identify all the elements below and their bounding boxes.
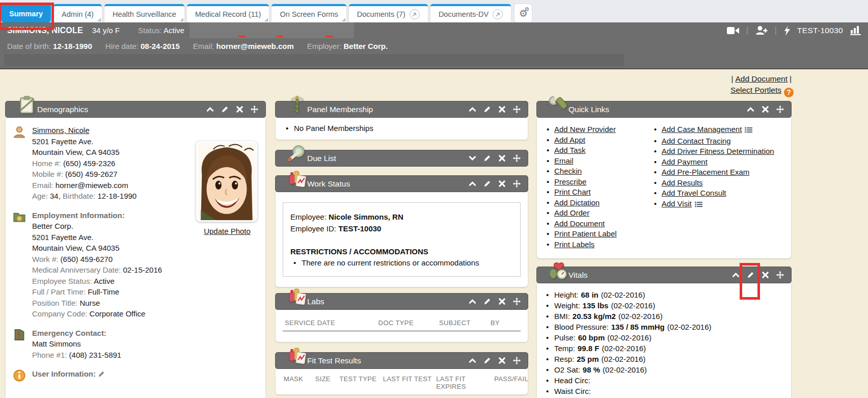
patient-header-actions: | | TEST-10030: [727, 25, 861, 36]
tab-medical-record[interactable]: Medical Record (11): [187, 4, 269, 22]
list-menu-icon[interactable]: [695, 200, 702, 209]
collapse-icon[interactable]: [206, 105, 214, 114]
open-in-new-window-icon[interactable]: [410, 9, 420, 19]
close-icon[interactable]: [761, 105, 769, 114]
edit-icon[interactable]: [483, 180, 491, 188]
tab-on-screen-forms[interactable]: On Screen Forms: [272, 4, 346, 22]
expand-icon[interactable]: [468, 154, 476, 163]
red-underline-mark: [277, 36, 283, 37]
age: 34,: [50, 192, 61, 200]
move-icon[interactable]: [512, 154, 521, 163]
add-document-link[interactable]: Add Document: [735, 74, 788, 83]
close-icon[interactable]: [498, 357, 506, 365]
quick-link[interactable]: Print Patient Label: [554, 229, 617, 238]
quick-link[interactable]: Add Task: [554, 146, 585, 154]
quick-link[interactable]: Add Contact Tracing: [662, 137, 731, 145]
edit-icon[interactable]: [483, 298, 491, 306]
close-icon[interactable]: [498, 298, 506, 306]
collapse-icon[interactable]: [731, 271, 740, 279]
quick-links-col2: Add Case Management Add Contact Tracing …: [649, 125, 786, 250]
collapsed-banner-area: [4, 54, 624, 66]
move-icon[interactable]: [250, 105, 258, 114]
portlet-work-status: Work Status Employee: Nicole Simmons, RN…: [275, 175, 528, 287]
quick-link[interactable]: Print Chart: [554, 188, 591, 196]
close-icon[interactable]: [235, 105, 243, 114]
move-icon[interactable]: [512, 298, 521, 306]
edit-pencil-icon[interactable]: [98, 369, 105, 378]
tab-health-surveillance[interactable]: Health Surveillance: [104, 4, 184, 22]
edit-icon[interactable]: [483, 154, 491, 163]
vitals-item: BMI:20.53 kg/m2(02-02-2016): [543, 311, 785, 322]
quick-link[interactable]: Add Document: [554, 219, 605, 228]
quick-link[interactable]: Add Case Management: [662, 125, 742, 134]
close-icon[interactable]: [498, 180, 506, 188]
quick-link[interactable]: Add Dictation: [554, 198, 600, 207]
move-icon[interactable]: [776, 271, 784, 279]
column-left: Demographics: [5, 101, 266, 398]
tab-documents-dv[interactable]: Documents-DV: [430, 4, 511, 22]
move-icon[interactable]: [512, 105, 521, 114]
quick-link[interactable]: Add Pre-Placement Exam: [662, 168, 750, 176]
patient-name-link[interactable]: Simmons, Nicole: [32, 126, 90, 135]
update-photo-link[interactable]: Update Photo: [204, 226, 251, 237]
move-icon[interactable]: [512, 180, 521, 188]
chart-document-icon: [287, 169, 307, 190]
collapse-icon[interactable]: [468, 357, 476, 365]
quick-link[interactable]: Prescribe: [554, 177, 586, 186]
home-phone: (650) 459-2326: [63, 159, 116, 168]
folder-icon: [13, 210, 32, 320]
quick-link[interactable]: Checkin: [554, 167, 582, 175]
edit-icon[interactable]: [483, 105, 491, 114]
edit-icon[interactable]: [483, 357, 491, 365]
select-portlets-link[interactable]: Select Portlets: [730, 86, 781, 94]
caduceus-icon: [287, 95, 307, 115]
collapse-icon[interactable]: [746, 105, 754, 114]
quick-link[interactable]: Add Appt: [554, 136, 585, 144]
portlet-fit-test-results: Fit Test Results MASK SIZE TEST TYPE LAS…: [275, 352, 528, 394]
portlet-due-list: Due List: [275, 150, 528, 167]
patient-header: SIMMONS, NICOLE 34 y/o F Status: Active …: [0, 22, 868, 69]
close-icon[interactable]: [761, 271, 769, 279]
collapse-icon[interactable]: [468, 105, 476, 114]
portlet-title: Labs: [307, 297, 324, 306]
tab-admin[interactable]: Admin (4): [53, 4, 102, 22]
move-icon[interactable]: [776, 105, 784, 114]
help-icon[interactable]: ?: [784, 88, 794, 97]
flowsheet-chart-icon[interactable]: [850, 26, 861, 35]
edit-icon[interactable]: [746, 271, 754, 279]
employment-heading: Employment Information:: [32, 211, 125, 220]
red-underline-mark: [238, 36, 245, 37]
quick-link[interactable]: Print Labels: [554, 240, 594, 249]
quick-link[interactable]: Add Driver Fitness Determination: [662, 147, 774, 155]
tab-label: Documents (7): [357, 10, 405, 18]
close-icon[interactable]: [498, 105, 506, 114]
quick-link[interactable]: Add Order: [554, 208, 589, 217]
tab-settings-button[interactable]: ⚙ ⚙: [514, 4, 532, 22]
portlet-title: Demographics: [37, 105, 88, 114]
open-in-new-window-icon[interactable]: [493, 9, 503, 19]
move-icon[interactable]: [512, 357, 521, 365]
quick-link[interactable]: Add New Provider: [554, 125, 616, 134]
tab-summary[interactable]: Summary: [1, 3, 51, 22]
tab-label: Documents-DV: [439, 10, 489, 18]
quick-link[interactable]: Email: [554, 156, 574, 165]
quick-link[interactable]: Add Travel Consult: [662, 189, 726, 197]
add-person-icon[interactable]: [755, 25, 768, 35]
quick-link[interactable]: Add Visit: [662, 199, 692, 208]
gear-small-icon: ⚙: [524, 6, 529, 13]
chart-document-icon: [287, 346, 307, 366]
lightning-bolt-icon[interactable]: [784, 25, 790, 36]
list-menu-icon[interactable]: [745, 126, 752, 135]
tab-documents[interactable]: Documents (7): [349, 4, 428, 22]
patient-age-sex: 34 y/o F: [92, 26, 120, 35]
red-underline-mark: [326, 36, 333, 37]
emergency-phone: (408) 231-5891: [69, 351, 122, 359]
quick-link[interactable]: Add Results: [662, 178, 703, 187]
restrictions-heading: RESTRICTIONS / ACCOMMODATIONS: [290, 246, 513, 257]
video-camera-icon[interactable]: [727, 26, 739, 35]
edit-icon[interactable]: [221, 105, 229, 114]
quick-link[interactable]: Add Payment: [662, 157, 708, 166]
collapse-icon[interactable]: [468, 180, 476, 188]
collapse-icon[interactable]: [468, 298, 476, 306]
close-icon[interactable]: [498, 154, 506, 163]
